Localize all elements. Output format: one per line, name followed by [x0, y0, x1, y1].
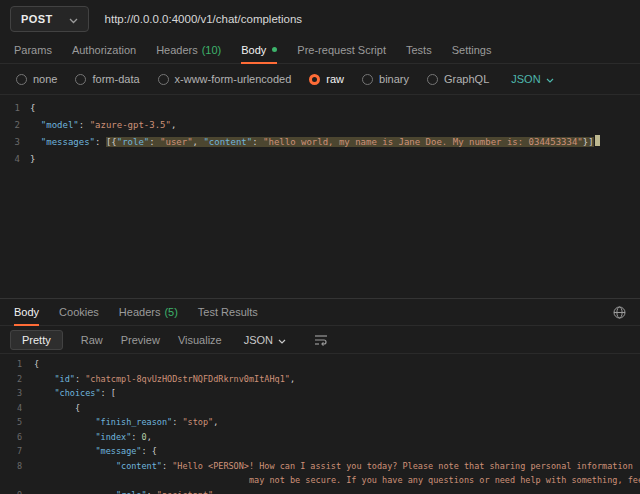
- tab-label: Cookies: [59, 306, 99, 318]
- request-tabs: Params Authorization Headers (10) Body P…: [0, 36, 640, 64]
- view-tab-preview[interactable]: Preview: [121, 334, 160, 346]
- line-number: 1: [0, 357, 34, 372]
- wrap-line-icon[interactable]: [314, 334, 328, 346]
- tab-label: Tests: [406, 44, 432, 56]
- code-line: 2 "id": "chatcmpl-8qvUzHODstrNQFDdRkrnv0…: [0, 372, 640, 387]
- body-type-x-www-form-urlencoded[interactable]: x-www-form-urlencoded: [158, 73, 292, 85]
- method-label: POST: [21, 13, 53, 25]
- tab-pre-request-script[interactable]: Pre-request Script: [297, 36, 386, 63]
- code-line: 7 "message": {: [0, 444, 640, 459]
- tab-body[interactable]: Body: [241, 36, 277, 63]
- code-line: may not be secure. If you have any quest…: [0, 473, 640, 488]
- line-number: 8: [0, 459, 34, 474]
- tab-label: Settings: [452, 44, 492, 56]
- tab-label: Body: [241, 44, 266, 56]
- code-line: 5 "finish_reason": "stop",: [0, 415, 640, 430]
- method-selector[interactable]: POST: [10, 6, 89, 32]
- tab-headers[interactable]: Headers (10): [156, 36, 221, 63]
- view-tab-raw[interactable]: Raw: [81, 334, 103, 346]
- radio-circle-icon: [158, 74, 169, 85]
- line-number: 4: [0, 401, 34, 416]
- code-line: 6 "index": 0,: [0, 430, 640, 445]
- response-view-toolbar: Pretty Raw Preview Visualize JSON: [0, 326, 640, 353]
- tab-label: Headers: [119, 306, 161, 318]
- code-line: 3 "choices": [: [0, 386, 640, 401]
- tab-tests[interactable]: Tests: [406, 36, 432, 63]
- body-type-graphql[interactable]: GraphQL: [427, 73, 489, 85]
- view-tab-pretty[interactable]: Pretty: [10, 330, 63, 350]
- tab-count: (10): [202, 44, 222, 56]
- request-body-editor[interactable]: 1{2 "model": "azure-gpt-3.5",3 "messages…: [0, 94, 640, 284]
- code-line: 8 "content": "Hello <PERSON>! How can I …: [0, 459, 640, 474]
- code-line: 4}: [0, 151, 640, 168]
- response-tab-body[interactable]: Body: [14, 299, 39, 325]
- line-number: 4: [0, 151, 30, 168]
- body-type-row: none form-data x-www-form-urlencoded raw…: [0, 64, 640, 94]
- text-cursor: [595, 135, 600, 146]
- body-type-raw[interactable]: raw: [309, 73, 344, 85]
- code-line: 3 "messages": [{"role": "user", "content…: [0, 134, 640, 151]
- line-number: 1: [0, 100, 30, 117]
- response-tabs: Body Cookies Headers (5) Test Results: [0, 299, 640, 326]
- response-tab-cookies[interactable]: Cookies: [59, 299, 99, 325]
- response-tab-test-results[interactable]: Test Results: [198, 299, 258, 325]
- code-line: 1{: [0, 357, 640, 372]
- tab-settings[interactable]: Settings: [452, 36, 492, 63]
- chevron-down-icon: [546, 73, 554, 85]
- tab-label: Test Results: [198, 306, 258, 318]
- radio-label: GraphQL: [444, 73, 489, 85]
- radio-label: binary: [379, 73, 409, 85]
- tab-label: Params: [14, 44, 52, 56]
- chevron-down-icon: [278, 334, 286, 346]
- line-number: [0, 473, 34, 488]
- radio-circle-icon: [75, 74, 86, 85]
- code-line: 1{: [0, 100, 640, 117]
- line-number: 3: [0, 386, 34, 401]
- line-number: 2: [0, 117, 30, 134]
- url-bar: POST http://0.0.0.0:4000/v1/chat/complet…: [10, 6, 630, 32]
- chevron-down-icon: [69, 10, 78, 28]
- language-label: JSON: [244, 334, 273, 346]
- body-type-none[interactable]: none: [16, 73, 57, 85]
- radio-label: x-www-form-urlencoded: [175, 73, 292, 85]
- line-number: 2: [0, 372, 34, 387]
- radio-circle-icon: [309, 74, 320, 85]
- language-label: JSON: [511, 73, 540, 85]
- view-tab-visualize[interactable]: Visualize: [178, 334, 222, 346]
- radio-circle-icon: [362, 74, 373, 85]
- body-type-form-data[interactable]: form-data: [75, 73, 139, 85]
- tab-authorization[interactable]: Authorization: [72, 36, 136, 63]
- radio-circle-icon: [427, 74, 438, 85]
- line-number: 9: [0, 488, 34, 494]
- tab-label: Pre-request Script: [297, 44, 386, 56]
- radio-label: raw: [326, 73, 344, 85]
- radio-label: none: [33, 73, 57, 85]
- url-input[interactable]: http://0.0.0.0:4000/v1/chat/completions: [105, 13, 303, 25]
- response-body-editor[interactable]: 1{2 "id": "chatcmpl-8qvUzHODstrNQFDdRkrn…: [0, 353, 640, 494]
- response-tab-headers[interactable]: Headers (5): [119, 299, 178, 325]
- line-number: 5: [0, 415, 34, 430]
- response-language-selector[interactable]: JSON: [244, 334, 286, 346]
- line-number: 3: [0, 134, 30, 151]
- line-number: 6: [0, 430, 34, 445]
- postman-app: POST http://0.0.0.0:4000/v1/chat/complet…: [0, 0, 640, 494]
- radio-label: form-data: [92, 73, 139, 85]
- code-line: 9 "role": "assistant": [0, 488, 640, 494]
- body-present-dot: [272, 47, 277, 52]
- radio-circle-icon: [16, 74, 27, 85]
- body-type-binary[interactable]: binary: [362, 73, 409, 85]
- tab-label: Headers: [156, 44, 198, 56]
- code-line: 2 "model": "azure-gpt-3.5",: [0, 117, 640, 134]
- globe-icon[interactable]: [613, 306, 626, 319]
- tab-params[interactable]: Params: [14, 36, 52, 63]
- tab-count: (5): [164, 306, 177, 318]
- line-number: 7: [0, 444, 34, 459]
- tab-label: Authorization: [72, 44, 136, 56]
- tab-label: Body: [14, 306, 39, 318]
- response-pane: Body Cookies Headers (5) Test Results: [0, 298, 640, 494]
- code-line: 4 {: [0, 401, 640, 416]
- request-language-selector[interactable]: JSON: [511, 73, 553, 85]
